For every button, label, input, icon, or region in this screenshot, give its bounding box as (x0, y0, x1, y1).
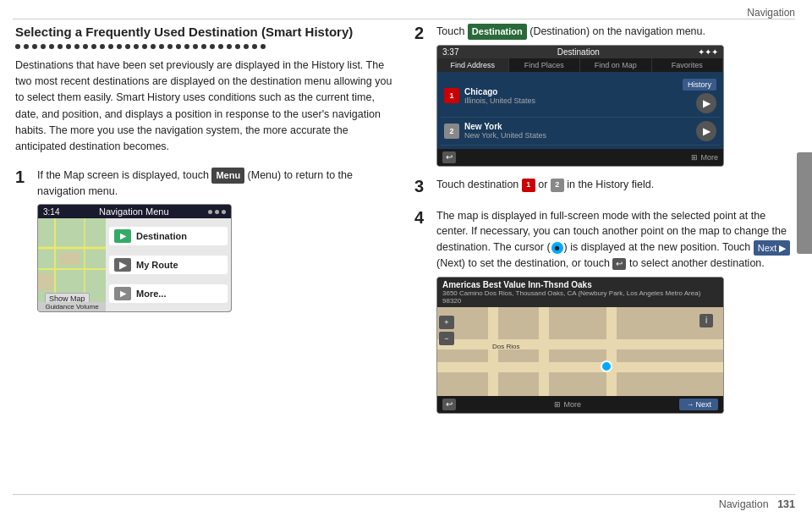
dot (32, 44, 37, 49)
dot (142, 44, 147, 49)
page-number: 131 (777, 498, 795, 510)
dot (227, 44, 232, 49)
screen1-title: Navigation Menu (99, 206, 169, 217)
map-tools: + − (439, 316, 454, 345)
dot (201, 44, 206, 49)
destination-button-label[interactable]: Destination (468, 24, 527, 40)
footer-divider (13, 494, 795, 495)
step-1: 1 If the Map screen is displayed, touch … (15, 168, 396, 313)
dest-list-item-2[interactable]: 2 New York New York, United States ▶ (441, 118, 720, 146)
dest-arrow-2: ▶ (696, 121, 716, 141)
screen3-address: 3650 Camino Dos Rios, Thousand Oaks, CA … (442, 289, 718, 305)
signal-icon (222, 210, 226, 214)
road-v2 (539, 307, 549, 396)
right-column: 2 Touch Destination (Destination) on the… (414, 24, 791, 424)
screen3-bottom: ↩ ⊞ More → Next (437, 396, 723, 413)
dot (193, 44, 198, 49)
guidance-volume-label: Guidance Volume (38, 302, 106, 311)
dest-badge-2: 2 (444, 124, 459, 139)
dot (176, 44, 181, 49)
dot (167, 44, 173, 49)
screen1-menu: ▶ Destination ▶ My Route ▶ More... (106, 218, 231, 311)
step-2-text: Touch Destination (Destination) on the n… (436, 24, 791, 40)
screen-mockup-3: Americas Best Value Inn-Thsnd Oaks 3650 … (436, 277, 724, 414)
road-v1 (488, 307, 498, 396)
menu-button-label[interactable]: Menu (211, 168, 244, 184)
tab-find-on-map[interactable]: Find on Map (580, 58, 652, 72)
dot (49, 44, 54, 49)
screen2-icons: ✦✦✦ (698, 47, 718, 57)
signal-icon (215, 210, 219, 214)
back-arrow-icon[interactable]: ↩ (612, 258, 626, 270)
screen3-map-view[interactable]: Dos Rios i + − (437, 307, 723, 396)
zoom-in-btn[interactable]: + (439, 316, 454, 329)
street-label: Dos Rios (492, 343, 519, 350)
more-menu-item[interactable]: ▶ More... (109, 284, 228, 303)
dot (74, 44, 80, 49)
history-button[interactable]: History (683, 79, 716, 91)
more-icon: ▶ (114, 287, 131, 300)
dot (66, 44, 71, 49)
dot (117, 44, 122, 49)
my-route-label: My Route (136, 260, 178, 270)
more-bottom-btn[interactable]: ⊞ More (691, 153, 718, 162)
screen3-more-btn[interactable]: ⊞ More (554, 400, 581, 409)
destination-menu-item[interactable]: ▶ Destination (109, 227, 228, 245)
step-2-number: 2 (414, 24, 430, 167)
screen3-next-button[interactable]: → Next (679, 399, 718, 410)
dest-state-2: New York, United States (464, 131, 691, 140)
dest-icon-2: 2 (551, 179, 564, 192)
step-4-number: 4 (414, 208, 430, 414)
section-title: Selecting a Frequently Used Destination … (15, 24, 396, 41)
screen2-tabs: Find Address Find Places Find on Map Fav… (437, 58, 723, 72)
road-h1 (437, 339, 723, 349)
step-4-content: The map is displayed in full-screen mode… (436, 208, 791, 414)
dot (108, 44, 113, 49)
my-route-menu-item[interactable]: ▶ My Route (109, 256, 228, 274)
tab-favorites[interactable]: Favorites (652, 58, 724, 72)
screen3-back-icon[interactable]: ↩ (442, 399, 456, 410)
zoom-out-btn[interactable]: − (439, 332, 454, 345)
cursor-icon: ● (551, 241, 564, 255)
more-bottom-label: More (700, 153, 718, 162)
dot (235, 44, 240, 49)
next-button-label[interactable]: Next ▶ (754, 240, 791, 256)
screen1-map: Show Map Guidance Volume (38, 218, 106, 311)
step-1-content: If the Map screen is displayed, touch Me… (37, 168, 396, 313)
step-1-number: 1 (15, 168, 30, 313)
screen3-next-label: Next (695, 400, 711, 409)
screen3-header: Americas Best Value Inn-Thsnd Oaks 3650 … (437, 278, 723, 307)
svg-rect-5 (59, 252, 80, 265)
dot (15, 44, 20, 49)
dot (83, 44, 88, 49)
step-1-text: If the Map screen is displayed, touch Me… (37, 168, 396, 200)
route-icon: ▶ (114, 258, 131, 272)
tab-find-address[interactable]: Find Address (437, 58, 509, 72)
screen2-title: Destination (557, 47, 600, 57)
step-3: 3 Touch destination 1 or 2 in the Histor… (414, 177, 791, 198)
footer-nav-label: Navigation (719, 498, 769, 510)
sidebar-tab (797, 152, 812, 254)
step-2-content: Touch Destination (Destination) on the n… (436, 24, 791, 167)
step-2: 2 Touch Destination (Destination) on the… (414, 24, 791, 167)
dot (125, 44, 130, 49)
dot (252, 44, 257, 49)
dot (184, 44, 189, 49)
back-icon[interactable]: ↩ (442, 151, 456, 163)
step-4: 4 The map is displayed in full-screen mo… (414, 208, 791, 414)
tab-find-places[interactable]: Find Places (509, 58, 581, 72)
dest-list-item-1[interactable]: 1 Chicago Illinois, United States Histor… (441, 75, 720, 118)
dest-arrow-1: ▶ (696, 93, 716, 113)
step-3-text: Touch destination 1 or 2 in the History … (436, 177, 791, 193)
dot (210, 44, 215, 49)
dest-badge-1: 1 (444, 88, 459, 103)
dot (151, 44, 156, 49)
dot (261, 44, 266, 49)
screen3-more-label: More (563, 400, 581, 409)
screen-mockup-1: 3:14 Navigation Menu (37, 204, 232, 312)
dot (159, 44, 164, 49)
info-icon: i (700, 314, 713, 327)
svg-rect-6 (38, 273, 53, 290)
road-h2 (437, 362, 723, 372)
screen1-body: Show Map Guidance Volume ▶ Destination ▶… (38, 218, 231, 311)
